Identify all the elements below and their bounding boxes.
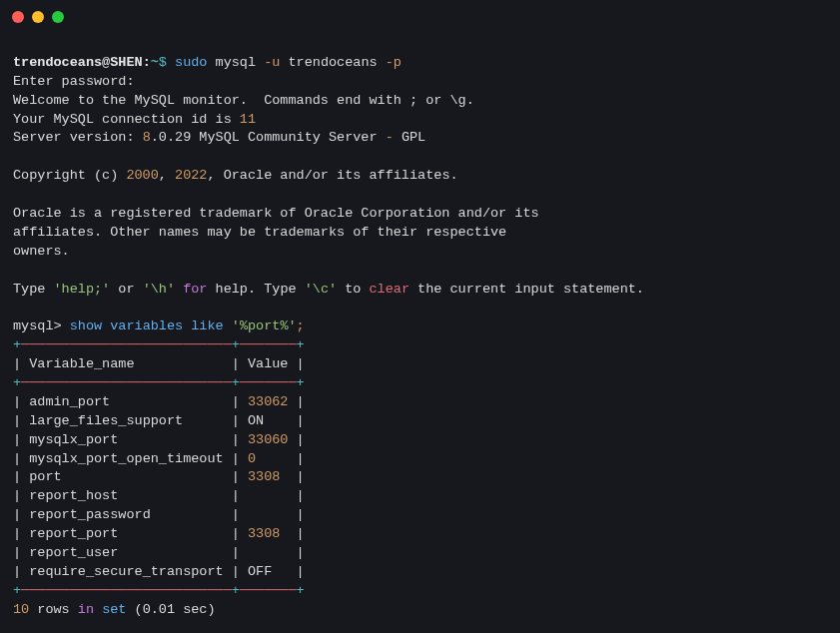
line-copyright-pre: Copyright (c): [13, 168, 126, 183]
table-row: | require_secure_transport | OFF |: [13, 564, 305, 579]
line-conn-pre: Your MySQL connection id is: [13, 112, 240, 127]
table-row: | port | 3308 |: [13, 469, 305, 484]
cmd-sudo: sudo: [175, 55, 207, 70]
footer-in: in: [78, 602, 94, 617]
line-srv-mid: .0.29 MySQL Community Server: [151, 130, 386, 145]
line-srv-ver: 8: [143, 130, 151, 145]
line-help-post: help. Type: [207, 282, 304, 297]
line-copyright-y2: 2022: [175, 168, 207, 183]
line-copyright-comma: ,: [159, 168, 175, 183]
line-or: or: [110, 282, 142, 297]
q-pattern: '%port%': [232, 318, 297, 333]
close-icon[interactable]: [12, 11, 24, 23]
table-row: | admin_port | 33062 |: [13, 394, 305, 409]
line-srv-dash: -: [386, 130, 394, 145]
table-row: | report_port | 3308 |: [13, 526, 305, 541]
window-controls: [0, 0, 840, 31]
line-enter-password: Enter password:: [13, 74, 143, 89]
line-to: to: [337, 282, 369, 297]
table-row: | mysqlx_port | 33060 |: [13, 432, 305, 447]
footer-timing: (0.01 sec): [126, 602, 215, 617]
cmd-pflag: -p: [386, 55, 402, 70]
line-copyright-post: , Oracle and/or its affiliates.: [207, 168, 457, 183]
mysql-prompt: mysql>: [13, 318, 70, 333]
line-srv-gpl: GPL: [394, 130, 425, 145]
cmd-username: trendoceans: [280, 55, 385, 70]
line-clear: clear: [370, 282, 411, 297]
line-help-str: 'help;': [54, 282, 111, 297]
footer-set: set: [102, 602, 126, 617]
prompt-tilde: ~: [151, 55, 159, 70]
cmd-mysql: mysql: [207, 55, 264, 70]
table-row: | report_password | |: [13, 507, 305, 522]
prompt-user-host: trendoceans@SHEN: [13, 55, 143, 70]
line-h-str: '\h': [143, 282, 175, 297]
minimize-icon[interactable]: [32, 11, 44, 23]
line-srv-pre: Server version:: [13, 130, 143, 145]
line-type-pre: Type: [13, 282, 54, 297]
line-trademark2: affiliates. Other names may be trademark…: [13, 225, 506, 240]
prompt-colon: :: [143, 55, 151, 70]
table-row: | report_user | |: [13, 545, 305, 560]
line-copyright-y1: 2000: [126, 168, 158, 183]
q-like: like: [191, 318, 223, 333]
terminal-output: trendoceans@SHEN:~$ sudo mysql -u trendo…: [0, 31, 840, 624]
table-row: | large_files_support | ON |: [13, 413, 305, 428]
table-row: | mysqlx_port_open_timeout | 0 |: [13, 451, 305, 466]
cmd-uflag: -u: [264, 55, 280, 70]
line-c-str: '\c': [305, 282, 337, 297]
prompt-dollar: $: [159, 55, 167, 70]
q-variables: variables: [110, 318, 183, 333]
line-clear-post: the current input statement.: [410, 282, 644, 297]
maximize-icon[interactable]: [52, 11, 64, 23]
footer-rows-word: rows: [29, 602, 78, 617]
q-semi: ;: [297, 318, 305, 333]
line-trademark3: owners.: [13, 244, 70, 259]
line-welcome: Welcome to the MySQL monitor. Commands e…: [13, 93, 474, 108]
line-conn-id: 11: [240, 112, 256, 127]
table-header-value: Value: [240, 356, 297, 371]
table-body: | admin_port | 33062 | | large_files_sup…: [13, 394, 305, 579]
line-for: for: [183, 282, 207, 297]
q-show: show: [70, 318, 102, 333]
table-header-name: Variable_name: [21, 356, 232, 371]
table-row: | report_host | |: [13, 488, 305, 503]
line-trademark1: Oracle is a registered trademark of Orac…: [13, 206, 539, 221]
footer-count: 10: [13, 602, 29, 617]
